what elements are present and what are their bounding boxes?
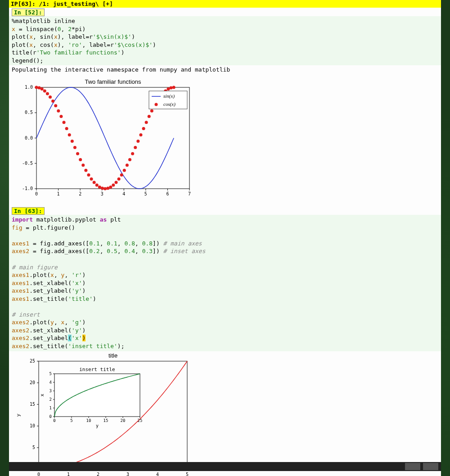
svg-point-63: [131, 152, 134, 155]
svg-point-69: [148, 115, 151, 118]
svg-point-59: [120, 173, 123, 177]
svg-point-58: [117, 177, 121, 181]
cell-1-prompt: In [52]:: [12, 9, 45, 16]
svg-text:10: 10: [30, 423, 35, 428]
svg-point-56: [112, 184, 115, 187]
svg-point-61: [126, 164, 129, 167]
svg-point-67: [142, 127, 145, 130]
svg-point-62: [128, 158, 131, 161]
svg-point-37: [59, 115, 63, 118]
svg-point-77: [170, 86, 173, 90]
minibuffer[interactable]: [9, 462, 441, 471]
svg-text:-0.5: -0.5: [22, 161, 33, 166]
svg-point-40: [68, 133, 71, 136]
svg-point-43: [76, 152, 79, 155]
svg-point-49: [93, 181, 96, 184]
svg-text:Two familiar functions: Two familiar functions: [85, 78, 141, 85]
svg-text:0.0: 0.0: [25, 136, 33, 141]
svg-point-29: [38, 86, 41, 90]
svg-text:0: 0: [37, 472, 40, 476]
svg-point-60: [123, 169, 126, 172]
svg-text:7: 7: [188, 191, 191, 196]
svg-point-36: [57, 109, 60, 113]
svg-point-28: [35, 86, 38, 89]
svg-point-42: [73, 146, 76, 149]
cell-1-stdout: Populating the interactive namespace fro…: [9, 65, 441, 74]
svg-text:1: 1: [67, 472, 70, 476]
svg-point-52: [101, 187, 104, 190]
svg-text:5: 5: [70, 418, 72, 423]
svg-text:6: 6: [166, 191, 169, 196]
cell-2-code[interactable]: import matplotlib.pyplot as plt fig = pl…: [9, 215, 441, 351]
svg-text:2: 2: [50, 397, 52, 402]
plot-two-familiar: Two familiar functions01234567-1.0-0.50.…: [12, 78, 192, 202]
svg-point-34: [51, 100, 54, 103]
cell-2-prompt: In [63]:: [12, 207, 45, 215]
svg-text:y: y: [15, 413, 21, 417]
svg-point-53: [104, 187, 107, 190]
svg-point-33: [49, 95, 52, 99]
svg-point-82: [155, 103, 158, 106]
cell-1[interactable]: In [52]: %matplotlib inline x = linspace…: [9, 8, 441, 206]
svg-text:10: 10: [86, 418, 91, 423]
svg-point-41: [71, 140, 74, 143]
svg-text:15: 15: [30, 402, 35, 407]
svg-point-65: [136, 140, 140, 143]
svg-text:4: 4: [122, 191, 125, 196]
svg-text:5: 5: [50, 372, 52, 376]
svg-rect-112: [54, 374, 140, 417]
cell-1-code[interactable]: %matplotlib inline x = linspace(0, 2*pi)…: [9, 16, 441, 65]
svg-point-47: [87, 173, 90, 177]
plot-title-inset: title0123450510152025xyinsert title05101…: [12, 352, 192, 476]
svg-point-76: [166, 87, 170, 91]
svg-point-68: [145, 121, 148, 124]
title-bar: IP[63]: /1: just_testing\ [+]: [9, 0, 441, 8]
svg-text:25: 25: [30, 358, 35, 363]
svg-point-45: [81, 164, 85, 167]
svg-text:2: 2: [79, 191, 81, 196]
svg-text:20: 20: [30, 380, 35, 385]
editor-window: IP[63]: /1: just_testing\ [+] In [52]: %…: [9, 0, 441, 476]
svg-point-55: [109, 186, 112, 189]
svg-point-39: [65, 127, 68, 130]
svg-point-78: [172, 86, 176, 89]
svg-text:-1.0: -1.0: [22, 186, 33, 191]
title-text: IP[63]: /1: just_testing\ [+]: [11, 0, 113, 7]
svg-point-51: [98, 186, 101, 189]
cell-2-plot: title0123450510152025xyinsert title05101…: [9, 351, 441, 476]
svg-text:0: 0: [50, 414, 52, 419]
svg-text:3: 3: [101, 191, 104, 196]
svg-text:sin(x): sin(x): [163, 93, 175, 99]
svg-point-64: [134, 146, 137, 149]
svg-text:4: 4: [156, 472, 159, 476]
svg-point-70: [150, 109, 153, 113]
svg-point-48: [90, 177, 93, 181]
svg-text:y: y: [96, 423, 99, 428]
cell-2[interactable]: In [63]: import matplotlib.pyplot as plt…: [9, 206, 441, 476]
svg-point-44: [79, 158, 82, 161]
svg-text:5: 5: [144, 191, 147, 196]
svg-text:insert title: insert title: [79, 367, 115, 372]
svg-text:2: 2: [97, 472, 99, 476]
svg-point-31: [43, 90, 46, 93]
svg-point-57: [115, 181, 118, 184]
svg-text:25: 25: [138, 418, 143, 423]
svg-text:0: 0: [35, 191, 38, 196]
svg-text:0: 0: [53, 418, 55, 423]
svg-text:1: 1: [50, 406, 52, 410]
svg-point-66: [139, 133, 142, 136]
svg-text:20: 20: [121, 418, 126, 423]
svg-text:3: 3: [50, 389, 52, 393]
svg-point-50: [95, 184, 99, 187]
svg-text:0.5: 0.5: [25, 110, 33, 115]
svg-point-54: [106, 187, 109, 190]
svg-point-46: [84, 169, 87, 172]
svg-text:4: 4: [50, 380, 52, 385]
svg-point-32: [46, 92, 49, 95]
svg-text:1.0: 1.0: [25, 85, 33, 90]
svg-point-38: [63, 121, 66, 124]
svg-text:x: x: [40, 394, 45, 396]
svg-text:title: title: [108, 352, 117, 359]
svg-text:cos(x): cos(x): [163, 101, 176, 107]
svg-text:1: 1: [57, 191, 60, 196]
